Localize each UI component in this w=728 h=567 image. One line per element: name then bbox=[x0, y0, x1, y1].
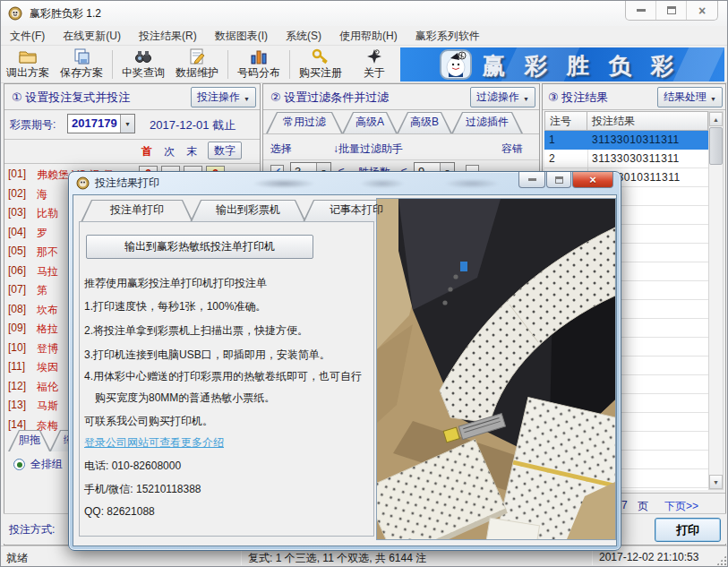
maximize-button[interactable] bbox=[656, 1, 687, 20]
tab-output-lottery-machine[interactable]: 输出到彩票机 bbox=[190, 200, 306, 222]
toolbar-separator bbox=[112, 50, 113, 79]
resize-grip[interactable] bbox=[715, 554, 727, 566]
close-button[interactable]: × bbox=[687, 1, 717, 20]
purchase-register-button[interactable]: 购买注册 bbox=[294, 47, 347, 82]
window-controls: × bbox=[625, 1, 718, 21]
deadline-label: 2017-12-01 截止 bbox=[150, 117, 236, 133]
filter-title: ② 设置过滤条件并过滤 bbox=[270, 84, 389, 110]
menu-item-online-update[interactable]: 在线更新(U) bbox=[54, 26, 130, 45]
print-dialog: 投注结果打印 × 投注单打印 输出到彩票机 记事本打印 输出到赢彩热敏纸投注单打… bbox=[68, 171, 621, 551]
tab-notepad-print[interactable]: 记事本打印 bbox=[303, 200, 410, 222]
period-combobox[interactable]: 2017179 ▼ bbox=[67, 114, 135, 133]
data-maintenance-button[interactable]: 数据维护 bbox=[170, 47, 224, 82]
qq-text: QQ: 82621088 bbox=[84, 505, 373, 518]
batch-filter-helper-link[interactable]: ↓批量过滤助手 bbox=[333, 142, 403, 157]
filter-actions-dropdown[interactable]: 过滤操作 bbox=[470, 87, 535, 107]
menu-item-series-software[interactable]: 赢彩系列软件 bbox=[407, 26, 489, 45]
printer-photo bbox=[376, 198, 616, 540]
point-1: 1.打印速度快，每秒1张，100%准确。 bbox=[84, 299, 373, 314]
col-header-next: 次 bbox=[164, 144, 175, 159]
col-header-first: 首 bbox=[141, 144, 152, 159]
point-4b: 购买宽度为80MM的普通热敏小票纸。 bbox=[95, 391, 383, 406]
scroll-down-icon[interactable]: ▼ bbox=[709, 475, 723, 489]
table-row-selected[interactable]: 131133010311311 bbox=[544, 131, 708, 150]
bet-setup-header: ① 设置投注复式并投注 投注操作 bbox=[4, 84, 260, 110]
results-scrollbar[interactable]: ▲ ▼ bbox=[708, 111, 724, 490]
intro-text: 推荐使用赢彩投注单打印机打印投注单 bbox=[84, 276, 373, 291]
compass-star-icon bbox=[365, 48, 383, 64]
column-header-result[interactable]: 投注结果 bbox=[587, 111, 708, 131]
scroll-up-icon[interactable]: ▲ bbox=[709, 112, 723, 126]
next-page-link[interactable]: 下页>> bbox=[664, 499, 698, 514]
menu-item-bet-results[interactable]: 投注结果(R) bbox=[130, 26, 206, 45]
menu-bar: 文件(F) 在线更新(U) 投注结果(R) 数据图表(I) 系统(S) 使用帮助… bbox=[1, 26, 727, 46]
binoculars-icon bbox=[134, 48, 152, 64]
save-plan-button[interactable]: 保存方案 bbox=[55, 47, 108, 82]
tab-advanced-a[interactable]: 高级A bbox=[342, 112, 398, 133]
menu-item-help[interactable]: 使用帮助(H) bbox=[330, 26, 407, 45]
digit-mode-button[interactable]: 数字 bbox=[208, 142, 242, 159]
page-label: 页 bbox=[638, 499, 648, 514]
divider bbox=[263, 133, 539, 134]
number-distribution-button[interactable]: 号码分布 bbox=[232, 47, 286, 82]
app-window: 赢彩胜负彩 1.2 × 文件(F) 在线更新(U) 投注结果(R) 数据图表(I… bbox=[0, 0, 728, 567]
table-row[interactable]: 231133030311311 bbox=[544, 150, 708, 168]
dialog-window-controls: × bbox=[518, 172, 613, 188]
col-header-last: 末 bbox=[186, 144, 197, 159]
key-icon bbox=[312, 48, 330, 64]
tab-advanced-b[interactable]: 高级B bbox=[397, 112, 452, 133]
title-bar: 赢彩胜负彩 1.2 × bbox=[1, 1, 727, 26]
mobile-wechat-text: 手机/微信: 15210118388 bbox=[84, 482, 373, 497]
toolbar-separator bbox=[227, 50, 228, 79]
page-number: 7 bbox=[621, 499, 628, 511]
app-icon bbox=[8, 6, 22, 21]
prize-query-button[interactable]: 中奖查询 bbox=[116, 47, 170, 82]
brand-banner: 赢彩胜负彩 bbox=[400, 47, 724, 82]
tab-slip-print[interactable]: 投注单打印 bbox=[81, 200, 193, 222]
results-actions-dropdown[interactable]: 结果处理 bbox=[657, 87, 723, 107]
full-permutation-radio[interactable]: 全排组 bbox=[13, 457, 63, 472]
scrollbar-thumb[interactable] bbox=[709, 127, 723, 165]
bet-setup-title: ① 设置投注复式并投注 bbox=[12, 84, 130, 110]
menu-item-system[interactable]: 系统(S) bbox=[277, 26, 330, 45]
tab-dantuo[interactable]: 胆拖 bbox=[8, 430, 51, 451]
menu-item-data-charts[interactable]: 数据图表(I) bbox=[206, 26, 277, 45]
dialog-close-button[interactable]: × bbox=[572, 172, 613, 188]
minimize-button[interactable] bbox=[626, 1, 656, 20]
thermal-printer-image bbox=[377, 199, 615, 539]
minimize-icon bbox=[637, 9, 646, 12]
print-button[interactable]: 打印 bbox=[655, 518, 721, 542]
bet-actions-dropdown[interactable]: 投注操作 bbox=[191, 87, 256, 107]
status-timestamp: 2017-12-02 21:10:53 bbox=[599, 551, 698, 563]
dialog-title: 投注结果打印 bbox=[95, 176, 159, 191]
close-icon: × bbox=[589, 174, 596, 185]
menu-item-file[interactable]: 文件(F) bbox=[1, 26, 54, 45]
status-ready: 就绪 bbox=[6, 551, 28, 566]
tab-common-filter[interactable]: 常用过滤 bbox=[266, 112, 343, 133]
chevron-down-icon bbox=[523, 91, 529, 104]
close-icon: × bbox=[698, 4, 706, 17]
radio-icon bbox=[13, 459, 25, 470]
column-header-index[interactable]: 注号 bbox=[544, 111, 587, 131]
thermal-printer-output-button[interactable]: 输出到赢彩热敏纸投注单打印机 bbox=[86, 235, 313, 259]
divider bbox=[241, 549, 242, 565]
dialog-minimize-button[interactable] bbox=[518, 172, 545, 188]
about-button[interactable]: 关于 bbox=[347, 47, 401, 82]
dialog-content: 投注单打印 输出到彩票机 记事本打印 输出到赢彩热敏纸投注单打印机 推荐使用赢彩… bbox=[73, 194, 617, 546]
divider bbox=[263, 159, 539, 160]
chevron-down-icon[interactable]: ▼ bbox=[120, 115, 134, 133]
dialog-title-bar: 投注结果打印 bbox=[76, 172, 159, 193]
chevron-down-icon bbox=[244, 91, 250, 104]
edit-page-icon bbox=[188, 48, 206, 64]
results-header: ③ 投注结果 结果处理 bbox=[543, 84, 725, 110]
divider bbox=[592, 549, 593, 565]
load-plan-button[interactable]: 调出方案 bbox=[1, 47, 55, 82]
period-value: 2017179 bbox=[68, 115, 120, 133]
tab-filter-plugins[interactable]: 过滤插件 bbox=[451, 112, 523, 133]
dialog-app-icon bbox=[76, 176, 90, 190]
company-website-link[interactable]: 登录公司网站可查看更多介绍 bbox=[84, 435, 373, 451]
divider bbox=[4, 163, 260, 164]
window-title: 赢彩胜负彩 1.2 bbox=[30, 1, 101, 26]
results-title: ③ 投注结果 bbox=[548, 84, 608, 110]
dialog-maximize-button[interactable] bbox=[546, 172, 571, 188]
